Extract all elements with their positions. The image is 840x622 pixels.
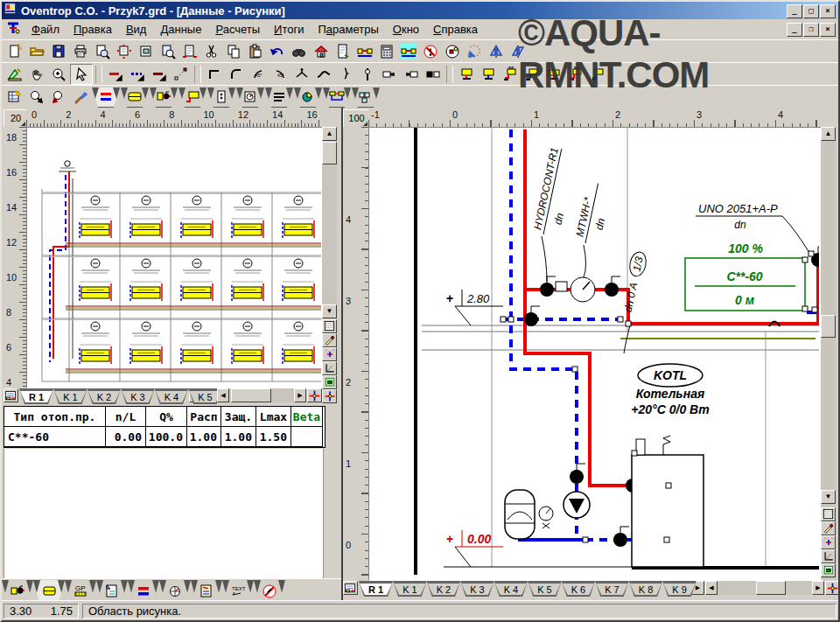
mdi-close-button[interactable]: × [820,23,836,37]
t-pump-tab[interactable] [294,87,322,108]
menu-Параметры[interactable]: Параметры [312,20,386,38]
crosshair-tool-icon[interactable] [825,581,840,595]
balloon-button[interactable] [442,42,463,61]
menu-Данные[interactable]: Данные [153,20,208,38]
left-sheet-tab-K1[interactable]: K 1 [53,388,88,404]
rad-r2-button[interactable] [543,65,564,84]
brush-button[interactable] [70,87,91,107]
t-small-tab[interactable] [352,87,380,108]
pencil-option-button[interactable] [322,333,337,347]
left-hscroll-thumb[interactable] [231,388,271,402]
rad-cb-button[interactable] [522,65,542,84]
right-sheet-tab-K6[interactable]: K 6 [562,581,596,597]
left-drawing-canvas[interactable] [26,127,324,388]
right-sheet-tab-K7[interactable]: K 7 [595,581,629,597]
polyline-button[interactable] [171,65,192,84]
draw-tool-button[interactable] [4,65,25,84]
flip-horizontal-button[interactable] [486,42,507,61]
right-sheet-tab-R1[interactable]: R 1 [359,581,393,597]
valve-mark-button[interactable] [291,65,312,84]
box-left-button[interactable] [401,65,422,84]
copy-button[interactable] [223,42,244,61]
pencil-option-button[interactable] [821,521,836,535]
sheet-button[interactable] [332,42,354,61]
line-darkred-button[interactable] [149,65,170,84]
pan-hand-button[interactable] [26,65,47,84]
left-horizontal-scrollbar[interactable]: ◀ ▶ [217,388,306,402]
close-button[interactable]: × [820,4,836,18]
pipe-connect-button[interactable] [354,42,375,61]
table-cell[interactable]: 1.00 [221,427,256,447]
corner-arc-button[interactable] [226,65,247,84]
t-meter-tab[interactable] [236,87,264,108]
radiator-data-table[interactable]: Тип отоп.пр.n/LQ%РаспЗащ.LmaxBetaC**-600… [4,406,326,448]
left-hscroll-left-button[interactable]: ◀ [217,388,229,402]
sheet-menu-icon[interactable] [343,581,358,595]
pointer-button[interactable] [70,64,93,85]
greengrid-option-button[interactable] [322,375,337,389]
s-bend-button[interactable] [313,65,334,84]
right-sheet-tab-K5[interactable]: K 5 [528,581,562,597]
zoom-back-button[interactable] [48,87,69,107]
doc-export-button[interactable] [179,42,200,61]
flip-vertical-button[interactable] [508,42,528,61]
cross-option-button[interactable] [322,389,337,403]
print-data-button[interactable] [114,42,135,61]
right-sheet-tab-K9[interactable]: K 9 [662,581,696,597]
paste-button[interactable] [245,42,266,61]
right-scroll-up-button[interactable]: ▲ [821,127,836,141]
handle[interactable] [583,537,588,542]
table-cell[interactable]: 0.00 [106,427,146,447]
left-ruler-scale[interactable]: 20 [4,109,28,129]
t-radiator-tab[interactable] [121,87,149,108]
left-scroll-thumb[interactable] [322,142,337,164]
menu-Файл[interactable]: Файл [24,20,66,38]
save-button[interactable] [48,42,69,61]
table-cell[interactable]: 1.00 [187,427,221,447]
right-scroll-down-button[interactable]: ▼ [821,490,836,504]
handle[interactable] [812,307,817,312]
right-sheet-tab-K2[interactable]: K 2 [427,581,461,597]
right-hscroll-thumb[interactable] [756,581,786,595]
left-sheet-tab-K4[interactable]: K 4 [155,388,189,404]
right-scroll-thumb[interactable] [821,315,836,338]
document-icon[interactable] [5,20,21,38]
new-button[interactable] [4,42,25,61]
table-edit-button[interactable] [4,87,25,107]
corner-90-button[interactable] [204,65,225,84]
zoom-plus-button[interactable] [48,65,69,84]
region-button[interactable] [464,42,485,61]
t-radpanel-tab[interactable] [178,87,206,108]
rad-b-button[interactable] [478,65,499,84]
handle[interactable] [802,306,808,311]
menu-Справка[interactable]: Справка [426,20,485,38]
zoom-arrow-button[interactable] [26,87,47,107]
forbid-button[interactable] [420,42,441,61]
angle-option-button[interactable] [322,361,337,375]
left-hscroll-right-button[interactable]: ▶ [294,388,306,402]
left-sheet-tab-R1[interactable]: R 1 [19,388,53,404]
handle[interactable] [508,317,514,322]
redblue-option-button[interactable] [322,347,337,361]
handle[interactable] [664,537,669,542]
right-ruler-scale[interactable]: 100 [343,109,370,129]
arc-45-left-button[interactable]: 45° [248,65,269,84]
menu-Итоги[interactable]: Итоги [267,20,311,38]
riser-pin-button[interactable] [357,65,378,84]
box-right-button[interactable] [379,65,400,84]
find-button[interactable] [289,42,310,61]
menu-Окно[interactable]: Окно [386,20,426,38]
frame-button[interactable] [136,42,157,61]
bracket-button[interactable] [335,65,356,84]
minimize-button[interactable]: _ [787,4,802,18]
right-sheet-tab-K1[interactable]: K 1 [393,581,427,597]
right-sheet-tab-K8[interactable]: K 8 [629,581,663,597]
box-solid-button[interactable] [423,65,444,84]
t-panel-tab[interactable] [207,87,235,108]
right-sheet-tab-K4[interactable]: K 4 [494,581,528,597]
angle-option-button[interactable] [821,549,836,563]
rad-cr2-button[interactable] [565,65,586,84]
left-scroll-down-button[interactable]: ▼ [322,304,337,318]
menu-Расчеты[interactable]: Расчеты [208,20,267,38]
table-cell[interactable]: C**-60 [4,427,106,447]
